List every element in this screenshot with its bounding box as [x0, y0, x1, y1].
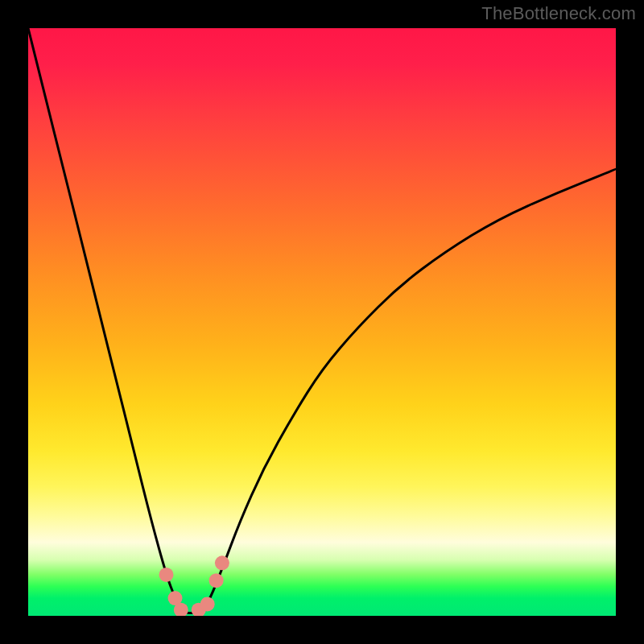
bottleneck-curve [28, 28, 616, 613]
plot-area [28, 28, 616, 616]
curve-marker [209, 573, 224, 588]
curve-marker [215, 555, 229, 570]
bottleneck-curve-svg [28, 28, 616, 616]
curve-marker [159, 568, 174, 582]
watermark-text: TheBottleneck.com [481, 3, 636, 24]
chart-frame: TheBottleneck.com [0, 0, 644, 644]
curve-marker [200, 597, 215, 611]
